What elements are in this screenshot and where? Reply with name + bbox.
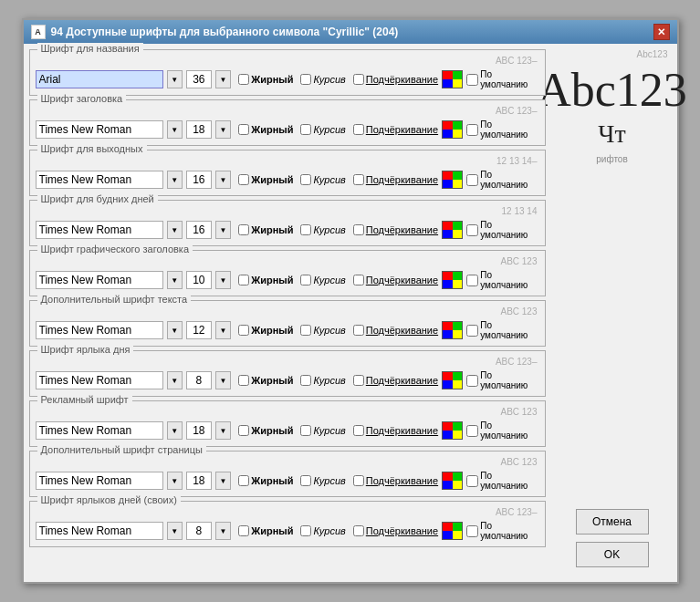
underline-checkbox-tagday[interactable]: [353, 375, 364, 386]
title-bar: A 94 Доступные шрифты для выбранного сим…: [24, 20, 677, 44]
bold-checkbox-extrapage[interactable]: [238, 475, 249, 486]
font-name-input-ad[interactable]: [36, 421, 163, 440]
color-button-tagday[interactable]: [442, 371, 463, 389]
italic-group-ad: Курсив: [300, 425, 345, 436]
color-button-extrapage[interactable]: [442, 472, 463, 490]
underline-checkbox-customtags[interactable]: [353, 525, 364, 536]
color-button-name[interactable]: [442, 70, 463, 88]
font-dropdown-btn-tagday[interactable]: ▼: [167, 371, 183, 389]
default-checkbox-extrapage[interactable]: [466, 475, 478, 487]
ok-button[interactable]: OK: [576, 542, 649, 567]
bold-checkbox-tagday[interactable]: [238, 375, 249, 386]
bold-checkbox-name[interactable]: [238, 74, 249, 85]
font-dropdown-btn-ad[interactable]: ▼: [167, 421, 183, 440]
size-input-graphheading[interactable]: [186, 271, 212, 289]
underline-checkbox-extrapage[interactable]: [353, 475, 364, 486]
size-input-tagday[interactable]: [186, 371, 212, 389]
color-button-graphheading[interactable]: [442, 271, 463, 289]
bold-checkbox-graphheading[interactable]: [238, 275, 249, 285]
abc-preview-weekday: 12 13 14: [36, 206, 539, 216]
size-dropdown-btn-graphheading[interactable]: ▼: [215, 271, 231, 289]
italic-checkbox-tagday[interactable]: [300, 375, 311, 386]
italic-checkbox-extratext[interactable]: [300, 325, 311, 336]
color-button-ad[interactable]: [442, 421, 463, 440]
size-dropdown-btn-extrapage[interactable]: ▼: [215, 472, 231, 490]
color-button-heading[interactable]: [442, 120, 463, 139]
font-name-input-heading[interactable]: [36, 120, 163, 139]
size-dropdown-btn-heading[interactable]: ▼: [215, 120, 231, 139]
color-button-weekday[interactable]: [442, 221, 463, 239]
italic-checkbox-name[interactable]: [300, 74, 311, 85]
size-dropdown-btn-name[interactable]: ▼: [215, 70, 231, 88]
size-input-extrapage[interactable]: [186, 472, 212, 490]
italic-checkbox-output[interactable]: [300, 174, 311, 185]
underline-checkbox-name[interactable]: [353, 74, 364, 85]
default-checkbox-output[interactable]: [466, 174, 478, 186]
size-input-extratext[interactable]: [186, 321, 212, 339]
underline-checkbox-extratext[interactable]: [353, 325, 364, 336]
default-checkbox-ad[interactable]: [466, 425, 478, 437]
size-input-weekday[interactable]: [186, 221, 212, 239]
italic-checkbox-customtags[interactable]: [300, 525, 311, 536]
italic-checkbox-graphheading[interactable]: [300, 275, 311, 285]
font-dropdown-btn-extrapage[interactable]: ▼: [167, 472, 183, 490]
bold-checkbox-customtags[interactable]: [238, 525, 249, 536]
font-name-input-graphheading[interactable]: [36, 271, 163, 289]
bold-checkbox-heading[interactable]: [238, 124, 249, 135]
abc-preview-name: ABC 123–: [36, 56, 539, 66]
default-checkbox-extratext[interactable]: [466, 325, 478, 337]
font-dropdown-btn-customtags[interactable]: ▼: [167, 522, 183, 540]
size-dropdown-btn-extratext[interactable]: ▼: [215, 321, 231, 339]
font-dropdown-btn-heading[interactable]: ▼: [167, 120, 183, 139]
close-button[interactable]: ✕: [653, 24, 670, 40]
size-dropdown-btn-output[interactable]: ▼: [215, 171, 231, 189]
default-checkbox-name[interactable]: [466, 74, 478, 86]
font-group-heading: Шрифт заголовкаABC 123–▼▼ЖирныйКурсивПод…: [29, 99, 546, 146]
font-name-input-weekday[interactable]: [36, 221, 163, 239]
bold-checkbox-extratext[interactable]: [238, 325, 249, 336]
size-input-customtags[interactable]: [186, 522, 212, 540]
underline-checkbox-ad[interactable]: [353, 425, 364, 436]
italic-checkbox-extrapage[interactable]: [300, 475, 311, 486]
default-checkbox-customtags[interactable]: [466, 525, 478, 537]
underline-checkbox-output[interactable]: [353, 174, 364, 185]
font-dropdown-btn-graphheading[interactable]: ▼: [167, 271, 183, 289]
font-name-input-extrapage[interactable]: [36, 472, 163, 490]
bold-checkbox-ad[interactable]: [238, 425, 249, 436]
font-name-input-name[interactable]: [36, 70, 163, 88]
size-input-name[interactable]: [186, 70, 212, 88]
italic-checkbox-weekday[interactable]: [300, 224, 311, 235]
size-dropdown-btn-tagday[interactable]: ▼: [215, 371, 231, 389]
underline-checkbox-weekday[interactable]: [353, 224, 364, 235]
italic-checkbox-ad[interactable]: [300, 425, 311, 436]
font-name-input-output[interactable]: [36, 171, 163, 189]
font-dropdown-btn-name[interactable]: ▼: [167, 70, 183, 88]
size-input-output[interactable]: [186, 171, 212, 189]
font-name-input-extratext[interactable]: [36, 321, 163, 339]
size-input-ad[interactable]: [186, 421, 212, 440]
bold-checkbox-weekday[interactable]: [238, 224, 249, 235]
default-label-customtags: По умолчанию: [480, 521, 538, 541]
color-button-output[interactable]: [442, 171, 463, 189]
default-checkbox-graphheading[interactable]: [466, 275, 478, 286]
underline-checkbox-graphheading[interactable]: [353, 275, 364, 285]
size-dropdown-btn-ad[interactable]: ▼: [215, 421, 231, 440]
font-name-input-tagday[interactable]: [36, 371, 163, 389]
size-dropdown-btn-customtags[interactable]: ▼: [215, 522, 231, 540]
size-input-heading[interactable]: [186, 120, 212, 139]
cancel-button[interactable]: Отмена: [576, 509, 649, 535]
default-checkbox-weekday[interactable]: [466, 224, 478, 236]
font-dropdown-btn-extratext[interactable]: ▼: [167, 321, 183, 339]
underline-checkbox-heading[interactable]: [353, 124, 364, 135]
bold-checkbox-output[interactable]: [238, 174, 249, 185]
color-button-customtags[interactable]: [442, 522, 463, 540]
font-name-input-customtags[interactable]: [36, 522, 163, 540]
default-checkbox-tagday[interactable]: [466, 375, 478, 387]
italic-label-extratext: Курсив: [313, 325, 345, 336]
font-dropdown-btn-weekday[interactable]: ▼: [167, 221, 183, 239]
color-button-extratext[interactable]: [442, 321, 463, 339]
size-dropdown-btn-weekday[interactable]: ▼: [215, 221, 231, 239]
italic-checkbox-heading[interactable]: [300, 124, 311, 135]
default-checkbox-heading[interactable]: [466, 124, 478, 136]
font-dropdown-btn-output[interactable]: ▼: [167, 171, 183, 189]
